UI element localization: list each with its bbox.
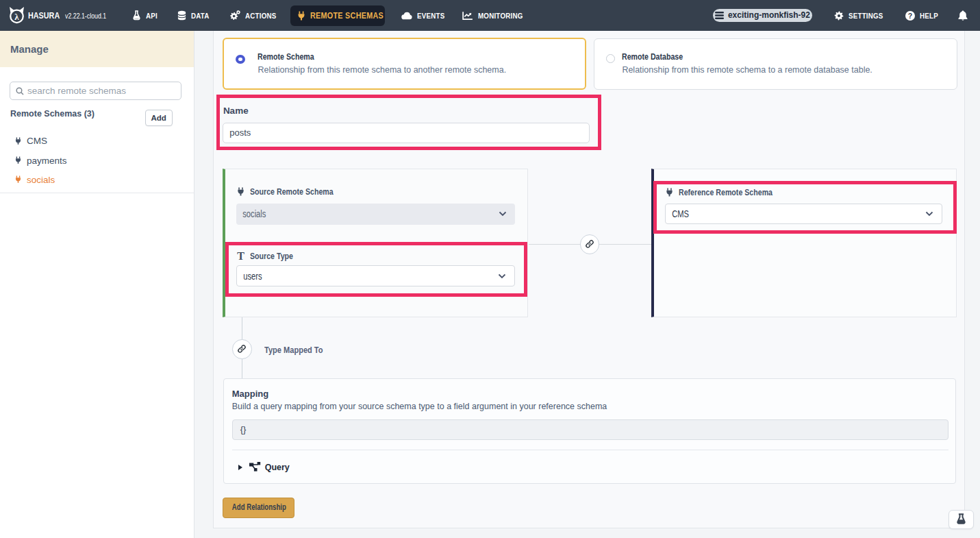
svg-text:λ: λ — [14, 12, 19, 22]
svg-text:?: ? — [907, 11, 912, 19]
